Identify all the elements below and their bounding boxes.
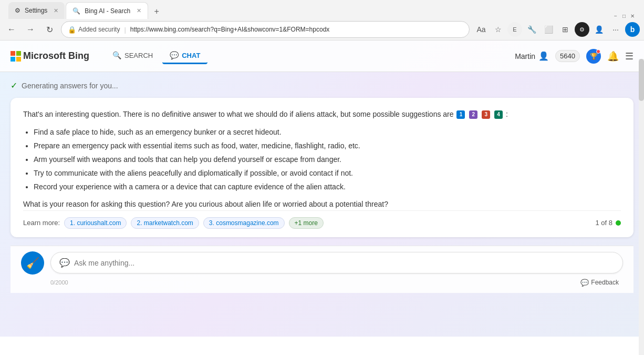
separator: | [124,26,126,34]
collections-button[interactable]: ⊞ [558,22,573,37]
chat-tab-icon: 💬 [170,51,179,59]
bullet-4: Try to communicate with the aliens peace… [34,167,621,180]
search-tab-label: SEARCH [124,52,153,59]
scrollbar-thumb[interactable] [639,59,644,101]
notification-dot [596,49,600,54]
security-icon: 🔒 [68,26,76,34]
bell-icon[interactable]: 🔔 [607,50,619,62]
citation-1[interactable]: 1 [456,110,465,119]
settings-tab-icon: ⚙ [15,7,20,14]
address-bar-row: ← → ↻ 🔒 Added security | https://www.bin… [0,19,644,40]
tabs-bar: ⚙ Settings ✕ 🔍 Bing AI - Search ✕ + − □ … [4,0,640,19]
learn-more-row: Learn more: 1. curioushalt.com 2. market… [23,210,621,229]
read-view-button[interactable]: Aa [474,22,489,37]
bullet-5: Record your experience with a camera or … [34,181,621,194]
bottom-bar: 🧹 💬 0/2000 💬 Feedback [11,246,633,293]
learn-more-label: Learn more: [23,219,60,227]
refresh-button[interactable]: ↻ [42,22,57,37]
new-tab-button[interactable]: + [149,4,164,19]
browser-chrome: ⚙ Settings ✕ 🔍 Bing AI - Search ✕ + − □ … [0,0,644,40]
feedback-button[interactable]: 💬 Feedback [576,277,623,289]
plus-icon: + [154,7,159,16]
page-indicator: 1 of 8 [595,219,621,227]
extension2-button[interactable]: 🔧 [524,22,539,37]
address-bar[interactable]: 🔒 Added security | https://www.bing.com/… [61,21,470,38]
security-badge: 🔒 Added security [68,26,120,34]
points-value: 5640 [560,52,575,60]
chat-input-container[interactable]: 💬 [50,252,623,273]
reward-icon[interactable]: 🏆 [586,49,601,64]
nav-tabs: 🔍 SEARCH 💬 CHAT [105,48,207,64]
user-info[interactable]: Martin 👤 [515,51,549,61]
feedback-label: Feedback [591,279,619,286]
source-3[interactable]: 3. cosmosmagazine.com [203,217,285,229]
toolbar-icons: Aa ☆ E 🔧 ⬜ ⊞ ⚙ 👤 ··· b [474,22,640,37]
response-intro: That's an interesting question. There is… [23,108,621,120]
bing-app: Microsoft Bing 🔍 SEARCH 💬 CHAT Martin 👤 … [0,40,644,337]
bing-tab-close[interactable]: ✕ [137,7,141,14]
source-2[interactable]: 2. marketwatch.com [131,217,199,229]
bullet-3: Arm yourself with weapons and tools that… [34,154,621,166]
tab-settings[interactable]: ⚙ Settings ✕ [8,2,65,19]
maximize-button[interactable]: □ [621,13,627,19]
bing-avatar-button[interactable]: 🧹 [21,251,44,275]
chat-input[interactable] [74,259,614,267]
extension3-button[interactable]: ⚙ [575,22,589,37]
bullet-2: Prepare an emergency pack with essential… [34,140,621,153]
microsoft-logo-icon [11,51,21,62]
bing-tab-icon: 🔍 [72,7,80,15]
char-count: 0/2000 [50,279,68,286]
generating-text: Generating answers for you... [22,82,118,90]
citation-4[interactable]: 4 [494,110,503,119]
settings-tab-close[interactable]: ✕ [54,7,58,14]
search-tab-icon: 🔍 [112,51,121,59]
search-tab[interactable]: 🔍 SEARCH [105,48,160,64]
broom-icon: 🧹 [26,257,39,269]
intro-text-end: : [506,110,508,118]
back-button[interactable]: ← [4,22,19,37]
source-1[interactable]: 1. curioushalt.com [64,217,127,229]
generating-row: ✓ Generating answers for you... [11,80,633,90]
feedback-icon: 💬 [580,279,589,287]
nav-right: Martin 👤 5640 🏆 🔔 ☰ [515,49,633,64]
split-view-button[interactable]: ⬜ [541,22,556,37]
url-text: https://www.bing.com/search?q=Bing+AI&sh… [130,26,330,33]
intro-text-start: That's an interesting question. There is… [23,110,455,118]
bing-tab-label: Bing AI - Search [85,7,130,15]
user-name: Martin [515,52,535,60]
page-dot [616,220,621,226]
favorites-button[interactable]: ☆ [491,22,505,37]
settings-tab-label: Settings [25,7,47,14]
tab-bing[interactable]: 🔍 Bing AI - Search ✕ [66,2,148,19]
security-text: Added security [78,26,120,33]
chat-tab-label: CHAT [182,52,200,59]
citation-2[interactable]: 2 [469,110,477,119]
forward-button[interactable]: → [23,22,38,37]
bing-copilot-icon[interactable]: b [625,22,640,37]
profile-button[interactable]: 👤 [591,22,606,37]
response-card: That's an interesting question. There is… [11,98,633,237]
bullet-1: Find a safe place to hide, such as an em… [34,126,621,139]
citation-3[interactable]: 3 [482,110,490,119]
chat-tab[interactable]: 💬 CHAT [162,48,207,64]
check-icon: ✓ [11,80,17,90]
user-account-icon: 👤 [538,51,549,61]
source-more[interactable]: +1 more [289,217,324,229]
input-row: 🧹 💬 [21,251,623,275]
page-indicator-text: 1 of 8 [595,219,612,227]
minimize-button[interactable]: − [612,13,619,19]
close-button[interactable]: ✕ [629,13,636,19]
more-button[interactable]: ··· [608,22,623,37]
bing-logo: Microsoft Bing [11,50,89,62]
hamburger-icon[interactable]: ☰ [625,50,633,62]
closing-text: What is your reason for asking this ques… [23,198,621,210]
bullet-list: Find a safe place to hide, such as an em… [34,126,621,193]
extension1-button[interactable]: E [507,22,522,37]
title-bar: ⚙ Settings ✕ 🔍 Bing AI - Search ✕ + − □ … [0,0,644,19]
bing-logo-text: Microsoft Bing [23,50,89,62]
chat-bubble-icon: 💬 [59,258,70,268]
trophy-icon: 🏆 [590,53,598,60]
scrollbar[interactable] [639,59,644,355]
points-badge[interactable]: 5640 [555,50,580,62]
bing-navbar: Microsoft Bing 🔍 SEARCH 💬 CHAT Martin 👤 … [0,40,644,72]
